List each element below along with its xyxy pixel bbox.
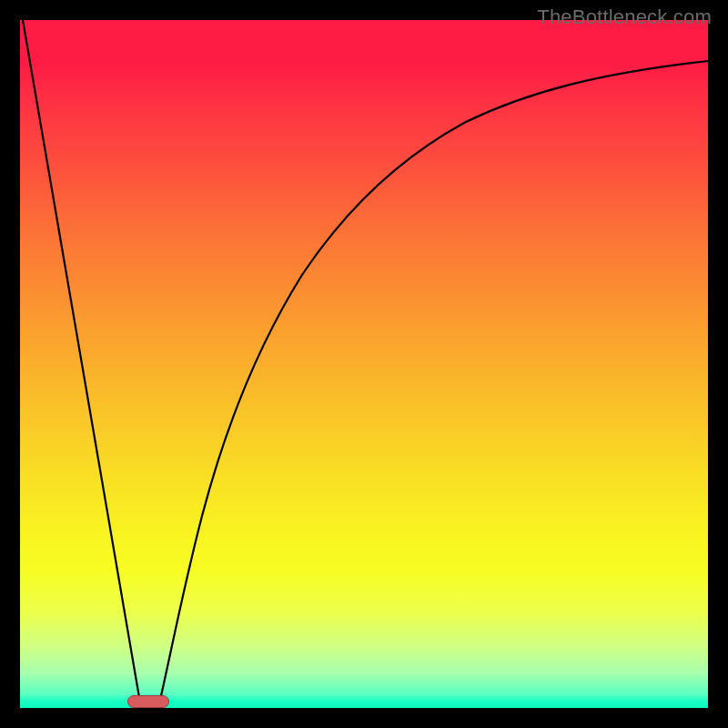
left-line xyxy=(23,20,141,708)
chart-plot-area xyxy=(20,20,708,708)
chart-curves xyxy=(20,20,708,708)
chart-frame: TheBottleneck.com xyxy=(0,0,728,728)
bottleneck-marker-pill xyxy=(127,695,169,708)
watermark-text: TheBottleneck.com xyxy=(537,5,712,29)
right-curve xyxy=(158,61,708,708)
